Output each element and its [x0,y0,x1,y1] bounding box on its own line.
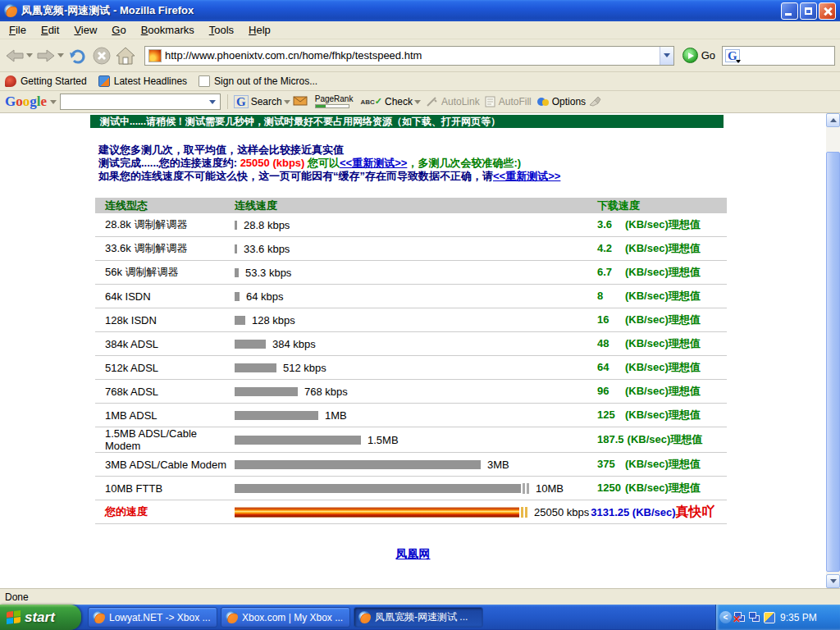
window-title: 凤凰宽频-网速测试 - Mozilla Firefox [21,3,781,18]
back-dropdown[interactable] [26,53,33,57]
menu-file[interactable]: File [2,22,34,38]
site-favicon [148,49,162,62]
menu-view[interactable]: View [66,22,104,38]
options-button[interactable]: Options [536,96,586,107]
scroll-down-button[interactable] [826,574,840,588]
start-button[interactable]: start [0,605,81,630]
windows-logo-icon [7,610,21,624]
url-dropdown[interactable] [660,47,673,65]
windows-update-icon[interactable] [764,612,775,623]
clock: 9:35 PM [780,612,817,623]
close-button[interactable] [819,2,836,20]
menu-tools[interactable]: Tools [202,22,241,38]
download-speed: 8(KB/sec)理想值 [597,289,727,304]
menu-bookmarks[interactable]: Bookmarks [134,22,202,38]
result-line: 测试完成......您的连接速度约: 25050 (kbps) 您可以<<重新测… [98,157,826,170]
menu-go[interactable]: Go [104,22,133,38]
scrollbar-track[interactable] [826,127,840,574]
abc-check-icon: ABC✓ [360,98,382,106]
retest-link-2[interactable]: <<重新测试>> [493,170,560,182]
go-label[interactable]: Go [701,49,715,62]
phoenix-link[interactable]: 凤凰网 [396,547,431,560]
your-download-speed: 3131.25 (KB/sec) [591,506,675,518]
go-icon[interactable] [682,48,698,63]
speed-label: 53.3 kbps [245,267,291,279]
speed-label: 28.8 kbps [244,219,290,231]
status-bar: Done [0,588,840,605]
minimize-button[interactable] [781,2,798,20]
stop-button[interactable] [92,46,112,66]
speed-bar [235,316,245,325]
highlighter-icon[interactable] [588,95,601,109]
restore-button[interactable] [800,2,817,20]
bookmark-item[interactable]: Getting Started [5,75,87,87]
download-speed: 3.6(KB/sec)理想值 [597,217,727,232]
title-bar[interactable]: 凤凰宽频-网速测试 - Mozilla Firefox [0,0,840,21]
forward-dropdown[interactable] [57,53,64,57]
speed-label: 1MB [325,409,347,422]
google-search-icon[interactable]: G [725,49,740,62]
speed-label: 384 kbps [272,338,316,350]
spellcheck-button[interactable]: ABC✓ Check [360,96,421,107]
speed-label: 10MB [536,482,564,495]
scroll-up-button[interactable] [826,113,840,127]
speed-bar [235,244,237,253]
speed-bar [235,268,239,277]
cache-warning-line: 如果您的连线速度不可能这么快，这一页可能因有“缓存”存在而导致数据不正确，请<<… [98,170,826,183]
taskbar-task[interactable]: 凤凰宽频-网速测试 ... [354,607,483,628]
col-connection-type: 连线型态 [95,199,235,213]
network-disconnected-icon[interactable]: ✕ [734,612,746,623]
connection-type: 3MB ADSL/Cable Modem [95,459,235,471]
google-search-button[interactable]: G Search [234,95,290,108]
network-icon[interactable] [749,612,761,623]
your-speed-bar [235,507,519,518]
forward-button[interactable] [36,48,64,63]
your-speed-value: 25050 kbps [534,506,589,518]
vertical-scrollbar[interactable] [826,113,840,588]
download-speed: 187.5(KB/sec)理想值 [597,432,727,447]
search-input[interactable]: G [722,46,835,66]
autolink-button[interactable]: AutoLink [426,96,480,107]
google-search-field[interactable] [60,94,221,110]
send-icon[interactable] [293,95,308,109]
download-speed: 64(KB/sec)理想值 [597,360,727,375]
your-speed-label: 您的速度 [95,504,235,519]
menu-help[interactable]: Help [241,22,278,38]
url-bar[interactable]: http://www.phoenixtv.com.cn/home/fhkp/te… [144,46,674,66]
firefox-icon [226,611,238,623]
back-button[interactable] [5,48,33,63]
home-button[interactable] [115,46,136,66]
download-speed: 6.7(KB/sec)理想值 [597,265,727,280]
tray-chevron-icon[interactable]: < [719,611,732,623]
download-speed: 96(KB/sec)理想值 [597,384,727,399]
google-logo-dropdown[interactable] [50,100,57,104]
menu-edit[interactable]: Edit [34,22,66,38]
speed-bar [235,221,237,230]
reload-button[interactable] [67,46,89,66]
url-text[interactable]: http://www.phoenixtv.com.cn/home/fhkp/te… [165,49,660,62]
advice-line: 建议您多测几次，取平均值，这样会比较接近真实值 [98,144,826,157]
retest-link[interactable]: <<重新测试>> [340,157,407,169]
autofill-button[interactable]: AutoFill [485,96,532,107]
scrollbar-thumb[interactable] [826,152,840,572]
bookmark-item[interactable]: Latest Headlines [98,75,187,87]
google-logo[interactable]: Google [5,94,47,110]
connection-type: 128k ISDN [95,314,235,326]
task-label: 凤凰宽频-网速测试 ... [375,610,468,624]
pagerank-indicator[interactable]: PageRank [315,95,354,108]
table-row: 56k 调制解调器53.3 kbps6.7(KB/sec)理想值 [95,261,727,285]
system-tray: < ✕ 9:35 PM [715,605,840,630]
speed-table: 连线型态 连线速度 下载速度 28.8k 调制解调器28.8 kbps3.6(K… [95,198,727,524]
taskbar-task[interactable]: Xbox.com | My Xbox ... [221,607,350,628]
speed-bar-cell: 28.8 kbps [235,219,597,231]
taskbar-task[interactable]: Lowyat.NET -> Xbox ... [88,607,217,628]
download-speed: 16(KB/sec)理想值 [597,313,727,327]
bookmark-item[interactable]: Sign out of the Micros... [199,75,317,87]
task-label: Lowyat.NET -> Xbox ... [109,612,211,623]
download-speed: 1250(KB/sec)理想值 [597,481,727,495]
firefox-icon [93,611,105,623]
speed-bar [235,363,276,372]
speed-bar [235,484,521,493]
speed-bar [235,411,318,420]
speed-bar-cell: 33.6 kbps [235,243,597,255]
